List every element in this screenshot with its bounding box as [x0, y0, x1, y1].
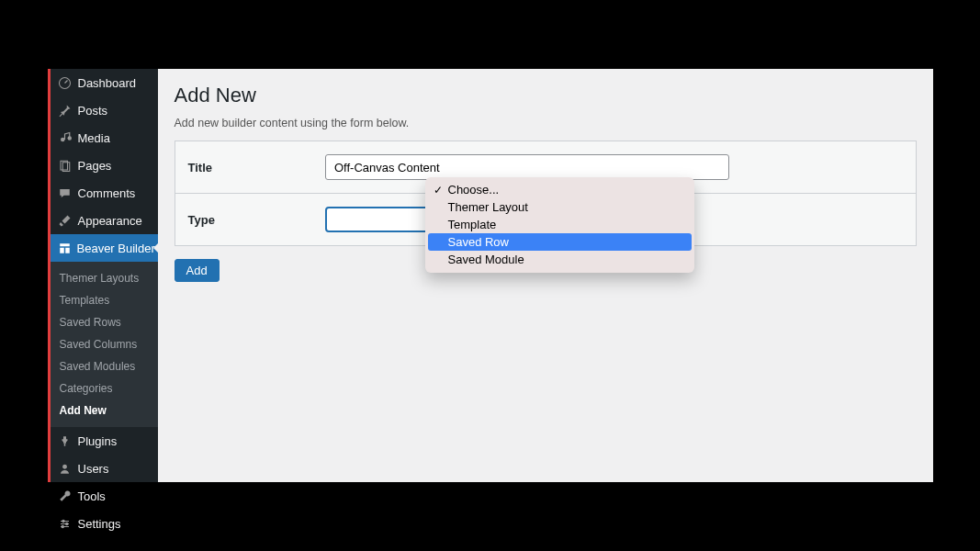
svg-rect-8: [64, 443, 66, 445]
comment-icon: [58, 186, 73, 200]
page-description: Add new builder content using the form b…: [175, 117, 917, 129]
brush-icon: [58, 213, 73, 228]
title-input[interactable]: [325, 154, 729, 180]
sidebar-item-beaver-builder[interactable]: Beaver Builder: [51, 234, 158, 262]
type-option-saved-row[interactable]: Saved Row: [428, 233, 692, 251]
submenu-item-templates[interactable]: Templates: [51, 289, 158, 311]
submenu-item-saved-columns[interactable]: Saved Columns: [51, 333, 158, 355]
submenu-item-categories[interactable]: Categories: [51, 377, 158, 399]
sidebar-submenu: Themer Layouts Templates Saved Rows Save…: [51, 262, 158, 427]
admin-sidebar: Dashboard Posts Media Pages Commen: [51, 69, 158, 482]
sidebar-item-dashboard[interactable]: Dashboard: [51, 69, 158, 96]
sidebar-item-appearance[interactable]: Appearance: [51, 207, 158, 234]
dashboard-icon: [58, 75, 73, 90]
sidebar-item-label: Dashboard: [78, 76, 137, 90]
submenu-item-themer-layouts[interactable]: Themer Layouts: [51, 267, 158, 289]
type-dropdown: ✓ Choose... Themer Layout Template Saved…: [425, 177, 694, 273]
sidebar-item-tools[interactable]: Tools: [51, 482, 158, 510]
submenu-item-saved-rows[interactable]: Saved Rows: [51, 311, 158, 333]
sidebar-item-pages[interactable]: Pages: [51, 152, 158, 179]
sidebar-item-label: Tools: [78, 489, 106, 503]
layout-icon: [58, 241, 72, 255]
plug-icon: [58, 433, 73, 448]
pin-icon: [58, 103, 73, 118]
sidebar-item-label: Appearance: [78, 214, 142, 228]
svg-point-9: [62, 464, 67, 468]
svg-point-12: [62, 525, 63, 527]
sidebar-item-label: Pages: [78, 159, 112, 173]
svg-point-11: [66, 523, 68, 524]
user-icon: [58, 461, 73, 476]
sidebar-item-label: Media: [78, 131, 110, 145]
sidebar-item-posts[interactable]: Posts: [51, 96, 158, 124]
sidebar-item-users[interactable]: Users: [51, 455, 158, 482]
sidebar-item-plugins[interactable]: Plugins: [51, 427, 158, 455]
svg-rect-5: [60, 243, 70, 246]
type-option-themer-layout[interactable]: Themer Layout: [428, 198, 692, 216]
title-label: Title: [175, 141, 312, 194]
sidebar-item-media[interactable]: Media: [51, 124, 158, 152]
sidebar-item-comments[interactable]: Comments: [51, 179, 158, 207]
svg-point-2: [68, 136, 73, 141]
submenu-item-add-new[interactable]: Add New: [51, 399, 158, 422]
svg-rect-6: [60, 247, 64, 253]
svg-point-1: [61, 137, 65, 141]
media-icon: [58, 130, 73, 145]
sidebar-item-label: Posts: [78, 104, 108, 118]
sidebar-item-label: Plugins: [78, 434, 118, 448]
main-content: Add New Add new builder content using th…: [158, 69, 933, 482]
type-label: Type: [175, 194, 312, 246]
pages-icon: [58, 158, 73, 173]
type-option-choose[interactable]: ✓ Choose...: [428, 181, 692, 198]
type-option-template[interactable]: Template: [428, 216, 692, 233]
sidebar-item-label: Users: [78, 462, 109, 476]
sidebar-item-label: Beaver Builder: [77, 242, 155, 255]
svg-point-10: [62, 520, 64, 522]
sidebar-item-label: Settings: [78, 517, 121, 531]
app-window: Dashboard Posts Media Pages Commen: [48, 69, 933, 482]
sidebar-item-settings[interactable]: Settings: [51, 510, 158, 537]
svg-rect-7: [65, 247, 70, 253]
sliders-icon: [58, 516, 73, 531]
wrench-icon: [58, 489, 73, 503]
check-icon: ✓: [432, 185, 445, 196]
sidebar-item-label: Comments: [78, 186, 136, 200]
add-button[interactable]: Add: [175, 259, 220, 282]
type-option-saved-module[interactable]: Saved Module: [428, 251, 692, 268]
submenu-item-saved-modules[interactable]: Saved Modules: [51, 355, 158, 377]
page-title: Add New: [175, 84, 917, 107]
